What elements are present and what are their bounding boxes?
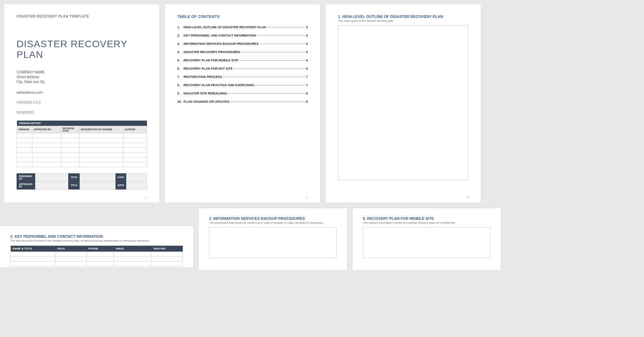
date-text: 00/00/0000: [17, 111, 147, 114]
content-box: [338, 25, 468, 180]
toc-item: 6.RECOVERY PLAN FOR HOT SITE6: [177, 67, 308, 70]
toc-title: TABLE OF CONTENTS: [177, 14, 308, 19]
sig-title-value-1: [79, 173, 115, 181]
col-email: EMAIL: [114, 246, 152, 252]
template-header: DISASTER RECOVERY PLAN TEMPLATE: [17, 14, 147, 18]
vh-col-approved: APPROVED BY: [32, 126, 61, 133]
sig-prepared-label: PREPARED BY: [17, 173, 35, 181]
sig-date-label-1: DATE: [115, 173, 126, 181]
page-number: 2: [306, 196, 308, 199]
col-role: ROLE: [55, 246, 86, 252]
section-desc: The major goals of the disaster recovery…: [338, 19, 468, 22]
title-line-2: PLAN: [17, 49, 43, 60]
document-canvas: DISASTER RECOVERY PLAN TEMPLATE DISASTER…: [4, 4, 640, 203]
section-title: 5. RECOVERY PLAN FOR MOBILE SITE: [363, 216, 491, 221]
toc-item: 5.RECOVERY PLAN FOR MOBILE SITE6: [177, 59, 308, 62]
row-2: 2. KEY PERSONNEL AND CONTACT INFORMATION…: [4, 208, 640, 270]
table-row: [17, 133, 147, 138]
toc-item: 3.INFORMATION SERVICES BACKUP PROCEDURES…: [177, 42, 308, 45]
section-desc: The relevant information needed to conti…: [363, 221, 491, 224]
table-row: [11, 252, 183, 257]
sig-date-label-2: DATE: [115, 181, 126, 189]
table-row: [17, 143, 147, 147]
page-2-toc: TABLE OF CONTENTS 1.HIGH-LEVEL OUTLINE O…: [165, 4, 320, 203]
sig-approved-label: APPROVED BY: [17, 181, 35, 189]
toc-item: 1.HIGH-LEVEL OUTLINE OF DISASTER RECOVER…: [177, 25, 308, 29]
web-address: webaddress.com: [17, 91, 147, 94]
page-number: 1: [145, 196, 147, 199]
signature-table: PREPARED BY TITLE DATE APPROVED BY TITLE…: [17, 173, 147, 190]
company-block: COMPANY NAME Street Address City, State …: [17, 70, 147, 84]
toc-item: 4.DISASTER RECOVERY PROCEDURES5: [177, 50, 308, 54]
vh-col-version: VERSION: [17, 126, 32, 133]
page-1-cover: DISASTER RECOVERY PLAN TEMPLATE DISASTER…: [4, 4, 159, 203]
title-line-1: DISASTER RECOVERY: [17, 39, 127, 49]
street-address: Street Address: [17, 75, 147, 80]
section-title: 1. HIGH-LEVEL OUTLINE OF DISASTER RECOVE…: [338, 14, 468, 19]
city-state-zip: City, State and Zip: [17, 80, 147, 84]
page-6-mobile: 5. RECOVERY PLAN FOR MOBILE SITE The rel…: [353, 208, 501, 270]
sig-date-value-2: [126, 181, 147, 189]
content-box: [363, 227, 491, 258]
page-4-personnel: 2. KEY PERSONNEL AND CONTACT INFORMATION…: [0, 226, 193, 267]
section-desc: The key resources involved in the disast…: [10, 239, 183, 242]
table-row: [17, 138, 147, 143]
page-number: 3: [467, 196, 468, 199]
document-title: DISASTER RECOVERY PLAN: [17, 39, 147, 60]
sig-title-label-1: TITLE: [68, 173, 79, 181]
page-3-outline: 1. HIGH-LEVEL OUTLINE OF DISASTER RECOVE…: [326, 4, 481, 203]
col-name: NAME & TITLE: [11, 246, 56, 252]
sig-title-value-2: [79, 181, 115, 189]
content-box: [209, 227, 337, 258]
version-text: VERSION 0.0.0: [17, 101, 147, 104]
contacts-table: NAME & TITLE ROLE PHONE EMAIL MAILING: [10, 246, 183, 266]
col-mailing: MAILING: [152, 246, 183, 252]
table-row: [17, 152, 147, 157]
toc-list: 1.HIGH-LEVEL OUTLINE OF DISASTER RECOVER…: [177, 25, 308, 103]
table-row: [17, 162, 147, 167]
vh-col-desc: DESCRIPTION OF CHANGE: [79, 126, 123, 133]
table-row: [11, 262, 183, 266]
toc-item: 2.KEY PERSONNEL AND CONTACT INFORMATION4: [177, 34, 308, 37]
company-name: COMPANY NAME: [17, 70, 147, 75]
toc-item: 10.PLAN CHANGES OR UPDATES8: [177, 100, 308, 103]
version-history-banner: VERSION HISTORY: [17, 121, 147, 126]
table-row: [17, 147, 147, 152]
sig-prepared-value: [35, 173, 68, 181]
toc-item: 9.DISASTER SITE REBUILDING8: [177, 92, 308, 95]
table-row: [11, 257, 183, 262]
vh-col-author: AUTHOR: [123, 126, 147, 133]
toc-item: 7.RESTORATION PROCESS7: [177, 75, 308, 79]
table-row: [17, 157, 147, 162]
sig-date-value-1: [126, 173, 147, 181]
version-history-table: VERSION HISTORY VERSION APPROVED BY REVI…: [17, 121, 147, 167]
section-title: 3. INFORMATION SERVICES BACKUP PROCEDURE…: [209, 216, 337, 221]
sig-approved-value: [35, 181, 68, 189]
vh-col-revdate: REVISION DATE: [61, 126, 79, 133]
toc-item: 8.RECOVERY PLAN PRACTICE AND EXERCISING7: [177, 83, 308, 87]
section-title: 2. KEY PERSONNEL AND CONTACT INFORMATION: [10, 234, 183, 238]
section-desc: The procedures that should be carried ou…: [209, 221, 337, 224]
page-5-backup: 3. INFORMATION SERVICES BACKUP PROCEDURE…: [199, 208, 347, 270]
col-phone: PHONE: [86, 246, 114, 252]
sig-title-label-2: TITLE: [68, 181, 79, 189]
